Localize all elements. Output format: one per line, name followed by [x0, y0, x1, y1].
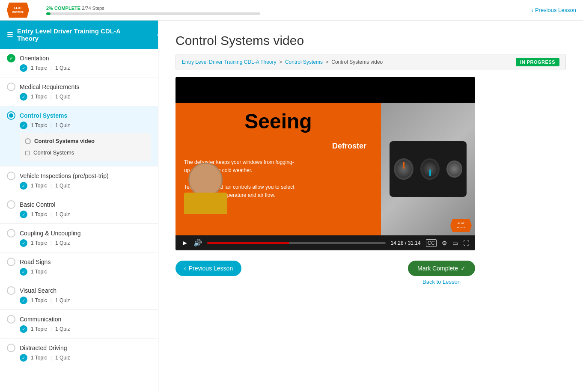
breadcrumb-course-link[interactable]: Entry Level Driver Training CDL-A Theory — [182, 59, 277, 65]
communication-header: Communication — [7, 315, 151, 324]
sidebar-item-coupling[interactable]: Coupling & Uncoupling ✓ 1 Topic | 1 Quiz — [0, 224, 158, 252]
video-control-image — [381, 103, 475, 235]
dial-1 — [394, 158, 413, 180]
medical-header: Medical Requirements — [7, 83, 151, 91]
svg-marker-3 — [452, 220, 470, 232]
vehicle-inspections-quiz: 1 Quiz — [55, 183, 70, 189]
sidebar-item-control-systems[interactable]: Control Systems ✓ 1 Topic | 1 Quiz Contr… — [0, 106, 158, 166]
communication-topics: 1 Topic — [31, 326, 47, 332]
communication-topic-badge: ✓ — [20, 325, 27, 333]
road-signs-topic-badge: ✓ — [20, 268, 27, 276]
sidebar-item-road-signs[interactable]: Road Signs ✓ 1 Topic — [0, 252, 158, 281]
vehicle-inspections-topic-badge: ✓ — [20, 182, 27, 190]
sidebar-item-distracted-driving[interactable]: Distracted Driving ✓ 1 Topic | 1 Quiz — [0, 339, 158, 367]
main-layout: ☰ Entry Level Driver Training CDL-A Theo… — [0, 21, 583, 392]
miniplayer-button[interactable]: ▭ — [452, 240, 458, 246]
progress-bar-fill — [46, 12, 51, 15]
prev-lesson-top-button[interactable]: ‹ Previous Lesson — [531, 7, 576, 14]
back-to-lesson-link[interactable]: Back to Lesson — [422, 279, 461, 285]
volume-button[interactable]: 🔊 — [193, 239, 202, 247]
progress-bar-bg — [46, 12, 260, 15]
cs-video-label: Control Systems video — [34, 138, 95, 144]
orientation-topics: 1 Topic — [31, 65, 47, 71]
control-panel-widget — [390, 141, 467, 197]
visual-search-meta: ✓ 1 Topic | 1 Quiz — [20, 297, 151, 304]
communication-quiz: 1 Quiz — [55, 326, 70, 332]
video-main: Seeing Defroster The defroster keeps you… — [175, 103, 475, 235]
communication-title: Communication — [20, 316, 61, 323]
sub-item-cs-video[interactable]: Control Systems video — [20, 135, 151, 147]
sidebar-item-communication[interactable]: Communication ✓ 1 Topic | 1 Quiz — [0, 310, 158, 339]
coupling-meta: ✓ 1 Topic | 1 Quiz — [20, 239, 151, 247]
prev-chevron-icon: ‹ — [184, 265, 186, 272]
video-person — [188, 163, 227, 214]
sidebar: ☰ Entry Level Driver Training CDL-A Theo… — [0, 21, 158, 392]
medical-meta: ✓ 1 Topic | 1 Quiz — [20, 93, 151, 101]
sidebar-item-basic-control[interactable]: Basic Control ✓ 1 Topic | 1 Quiz — [0, 195, 158, 224]
video-progress-played — [207, 242, 289, 244]
page-title: Control Systems video — [175, 33, 566, 48]
mark-complete-button[interactable]: Mark Complete ✓ — [408, 261, 475, 276]
vehicle-inspections-header: Vehicle Inspections (pre/post-trip) — [7, 172, 151, 180]
in-progress-badge: IN PROGRESS — [516, 58, 559, 66]
coupling-circle-icon — [7, 229, 15, 238]
settings-button[interactable]: ⚙ — [442, 240, 447, 246]
control-systems-header: Control Systems — [7, 111, 151, 120]
mark-complete-label: Mark Complete — [417, 265, 458, 272]
basic-control-topic-badge: ✓ — [20, 211, 27, 218]
coupling-title: Coupling & Uncoupling — [20, 230, 80, 237]
control-systems-meta: ✓ 1 Topic | 1 Quiz — [20, 122, 151, 129]
basic-control-header: Basic Control — [7, 200, 151, 209]
basic-control-circle-icon — [7, 200, 15, 209]
cc-button[interactable]: CC — [426, 239, 437, 247]
quiz-icon: ▢ — [25, 149, 30, 156]
breadcrumb-bar: Entry Level Driver Training CDL-A Theory… — [175, 54, 566, 70]
sidebar-title: Entry Level Driver Training CDL-A Theory — [17, 27, 141, 42]
top-bar: ELDT INSTITUTE 2% COMPLETE 2/74 Steps ‹ … — [0, 0, 583, 21]
video-right-panel: ELDT INSTITUTE — [381, 103, 475, 235]
breadcrumb-section-link[interactable]: Control Systems — [285, 59, 323, 65]
coupling-topics: 1 Topic — [31, 240, 47, 246]
sidebar-item-visual-search[interactable]: Visual Search ✓ 1 Topic | 1 Quiz — [0, 281, 158, 310]
video-progress-track[interactable] — [207, 242, 386, 244]
basic-control-topics: 1 Topic — [31, 211, 47, 217]
medical-title: Medical Requirements — [20, 83, 79, 90]
vehicle-inspections-meta: ✓ 1 Topic | 1 Quiz — [20, 182, 151, 190]
distracted-driving-circle-icon — [7, 344, 15, 352]
sidebar-item-medical[interactable]: Medical Requirements ✓ 1 Topic | 1 Quiz — [0, 77, 158, 106]
control-systems-quiz: 1 Quiz — [55, 122, 70, 128]
video-player[interactable]: Seeing Defroster The defroster keeps you… — [175, 77, 475, 250]
sub-item-cs-quiz[interactable]: ▢ Control Systems — [20, 147, 151, 158]
vehicle-inspections-title: Vehicle Inspections (pre/post-trip) — [20, 172, 109, 179]
logo: ELDT INSTITUTE — [7, 3, 29, 18]
vehicle-inspections-circle-icon — [7, 172, 15, 180]
sidebar-collapse-button[interactable]: ‹ — [152, 29, 158, 41]
sidebar-item-orientation[interactable]: ✓ Orientation ✓ 1 Topic | 1 Quiz — [0, 49, 158, 77]
control-systems-topics: 1 Topic — [31, 122, 47, 128]
dial-3 — [446, 160, 462, 178]
prev-lesson-top-label: Previous Lesson — [535, 7, 576, 13]
communication-meta: ✓ 1 Topic | 1 Quiz — [20, 325, 151, 333]
orientation-title: Orientation — [20, 55, 49, 62]
bottom-actions: ‹ Previous Lesson Mark Complete ✓ Back t… — [175, 261, 475, 285]
road-signs-topics: 1 Topic — [31, 269, 47, 275]
play-button[interactable]: ► — [181, 239, 188, 247]
fullscreen-button[interactable]: ⛶ — [463, 240, 469, 246]
distracted-driving-quiz: 1 Quiz — [55, 355, 70, 361]
orientation-header: ✓ Orientation — [7, 54, 151, 62]
basic-control-meta: ✓ 1 Topic | 1 Quiz — [20, 211, 151, 218]
video-controls: ► 🔊 14:28 / 31:14 CC ⚙ ▭ ⛶ — [175, 235, 475, 250]
sidebar-item-vehicle-inspections[interactable]: Vehicle Inspections (pre/post-trip) ✓ 1 … — [0, 166, 158, 195]
video-content: Seeing Defroster The defroster keeps you… — [175, 77, 475, 235]
video-time: 14:28 / 31:14 — [391, 240, 421, 246]
road-signs-meta: ✓ 1 Topic — [20, 268, 151, 276]
orientation-quiz: 1 Quiz — [55, 65, 70, 71]
distracted-driving-topic-badge: ✓ — [20, 354, 27, 362]
road-signs-header: Road Signs — [7, 258, 151, 266]
orientation-topic-badge: ✓ — [20, 64, 27, 72]
medical-quiz: 1 Quiz — [55, 94, 70, 100]
svg-text:ELDT: ELDT — [458, 222, 464, 225]
video-black-top — [175, 77, 475, 103]
prev-lesson-button[interactable]: ‹ Previous Lesson — [175, 261, 241, 276]
road-signs-circle-icon — [7, 258, 15, 266]
